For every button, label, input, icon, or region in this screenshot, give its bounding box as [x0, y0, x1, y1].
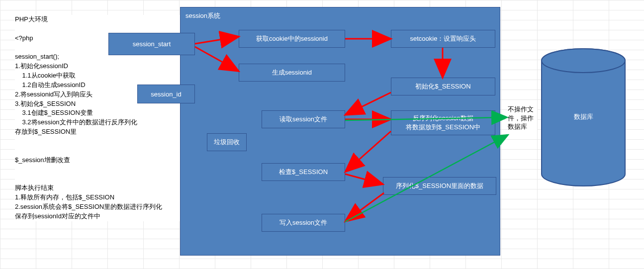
box-gen-sid: 生成sessionid: [239, 64, 345, 82]
box-get-cookie: 获取cookie中的sessionid: [239, 30, 345, 48]
note-db: 不操作文件，操作数据库: [507, 104, 537, 132]
box-read-file: 读取session文件: [262, 110, 345, 128]
database-cylinder: 数据库: [540, 48, 627, 187]
box-write-file: 写入session文件: [262, 214, 345, 232]
box-session-id: session_id: [137, 85, 195, 103]
box-setcookie: setcookie：设置响应头: [391, 30, 495, 48]
box-garbage: 垃圾回收: [207, 133, 247, 151]
session-system-title: session系统: [185, 11, 220, 20]
svg-point-1: [542, 49, 625, 73]
box-init-session: 初始化$_SESSION: [391, 78, 495, 95]
database-label: 数据库: [540, 112, 627, 121]
box-check: 检查$_SESSION: [262, 163, 345, 181]
box-serialize: 序列化$_SESSION里面的数据: [383, 177, 496, 195]
box-session-start: session_start: [108, 33, 195, 55]
box-deserialize: 反序列化session数据 将数据放到$_SESSION中: [391, 110, 495, 135]
